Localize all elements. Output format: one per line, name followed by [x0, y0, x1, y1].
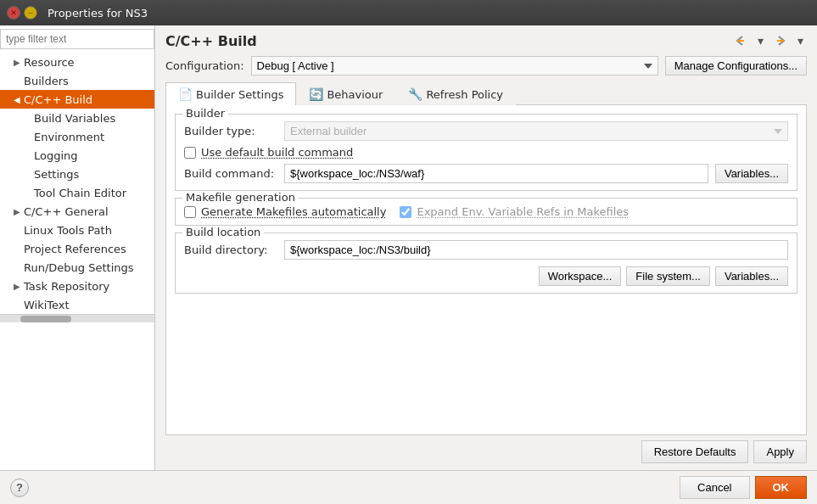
use-default-label: Use default build command — [201, 146, 353, 159]
tab-behaviour[interactable]: 🔄 Behaviour — [296, 82, 395, 105]
sidebar-item-wikitext[interactable]: WikiText — [0, 295, 154, 314]
dropdown-icon-btn[interactable]: ▾ — [754, 32, 767, 49]
header-icons: ▾ ▾ — [730, 32, 807, 49]
sidebar-item-tool-chain-editor[interactable]: Tool Chain Editor — [0, 183, 154, 202]
close-btn[interactable]: ✕ — [7, 6, 20, 20]
use-default-row: Use default build command — [184, 146, 788, 159]
tree-arrow: ▶ — [14, 282, 24, 291]
sidebar-scrollbar[interactable] — [0, 314, 154, 322]
forward-icon — [774, 35, 787, 47]
build-dir-row: Build directory: — [184, 240, 788, 260]
tree-arrow: ▶ — [14, 207, 24, 216]
sidebar-item-label: Build Variables — [34, 112, 115, 125]
dropdown2-icon-btn[interactable]: ▾ — [794, 32, 807, 49]
filter-input[interactable] — [0, 29, 154, 49]
tab-refresh-policy[interactable]: 🔧 Refresh Policy — [395, 82, 516, 105]
tab-content: Builder Builder type: External builder U… — [165, 105, 807, 435]
tree-arrow: ◀ — [14, 95, 24, 104]
ok-button[interactable]: OK — [755, 476, 808, 499]
svg-rect-0 — [737, 40, 744, 42]
generate-makefiles-checkbox[interactable] — [184, 206, 196, 218]
main-panel: C/C++ Build ▾ ▾ Configuration: Debug [ A… — [155, 25, 817, 470]
sidebar-item-linux-tools-path[interactable]: Linux Tools Path — [0, 221, 154, 239]
builder-type-select[interactable]: External builder — [284, 121, 788, 141]
expand-env-row: Expand Env. Variable Refs in Makefiles — [400, 205, 629, 218]
generate-makefiles-row: Generate Makefiles automatically — [184, 205, 386, 218]
sidebar-item-environment[interactable]: Environment — [0, 127, 154, 146]
sidebar-item-label: Logging — [34, 149, 78, 162]
help-button[interactable]: ? — [10, 479, 29, 497]
sidebar-item-cpp-build[interactable]: ◀ C/C++ Build — [0, 90, 154, 109]
expand-env-label: Expand Env. Variable Refs in Makefiles — [417, 205, 629, 218]
sidebar-item-label: C/C++ General — [24, 205, 109, 218]
sidebar-item-label: Builders — [24, 75, 69, 87]
refresh-policy-icon: 🔧 — [408, 87, 422, 101]
builder-type-label: Builder type: — [184, 125, 277, 137]
build-cmd-row: Build command: Variables... — [184, 164, 788, 183]
sidebar-item-task-repository[interactable]: ▶ Task Repository — [0, 277, 154, 295]
sidebar-item-cpp-general[interactable]: ▶ C/C++ General — [0, 202, 154, 221]
dialog: ▶ Resource Builders ◀ C/C++ Build Build … — [0, 25, 817, 504]
sidebar-item-label: Resource — [24, 56, 75, 69]
sidebar-item-build-variables[interactable]: Build Variables — [0, 109, 154, 127]
sidebar-item-label: Project References — [24, 243, 126, 255]
titlebar: ✕ − Properties for NS3 — [0, 0, 817, 25]
sidebar-item-builders[interactable]: Builders — [0, 71, 154, 90]
makefile-section: Makefile generation Generate Makefiles a… — [175, 198, 797, 226]
use-default-checkbox[interactable] — [184, 147, 196, 159]
config-row: Configuration: Debug [ Active ] Manage C… — [165, 56, 807, 76]
bottom-right: Cancel OK — [680, 476, 807, 499]
builder-type-row: Builder type: External builder — [184, 121, 788, 141]
tab-behaviour-label: Behaviour — [327, 88, 383, 101]
sidebar-item-label: Task Repository — [24, 280, 109, 293]
build-cmd-input[interactable] — [284, 164, 708, 183]
tab-builder-settings[interactable]: 📄 Builder Settings — [165, 82, 296, 105]
back-icon-btn[interactable] — [730, 32, 751, 49]
build-location-section: Build location Build directory: Workspac… — [175, 232, 797, 294]
config-label: Configuration: — [165, 59, 244, 72]
sidebar-item-label: Settings — [34, 168, 79, 181]
scrollbar-thumb[interactable] — [20, 316, 71, 322]
behaviour-icon: 🔄 — [309, 87, 323, 101]
tab-refresh-policy-label: Refresh Policy — [426, 88, 503, 101]
sidebar-item-run-debug-settings[interactable]: Run/Debug Settings — [0, 258, 154, 277]
sidebar: ▶ Resource Builders ◀ C/C++ Build Build … — [0, 25, 155, 470]
build-loc-variables-button[interactable]: Variables... — [715, 266, 788, 286]
sidebar-item-resource[interactable]: ▶ Resource — [0, 53, 154, 71]
sidebar-item-project-references[interactable]: Project References — [0, 239, 154, 258]
sidebar-item-label: WikiText — [24, 299, 70, 311]
bottom-bar: ? Cancel OK — [0, 470, 817, 504]
window-controls[interactable]: ✕ − — [7, 6, 37, 20]
sidebar-item-label: Linux Tools Path — [24, 224, 112, 237]
restore-apply-row: Restore Defaults Apply — [165, 435, 807, 463]
apply-button[interactable]: Apply — [753, 440, 807, 463]
sidebar-item-label: Environment — [34, 131, 104, 143]
build-cmd-variables-button[interactable]: Variables... — [715, 164, 788, 183]
workspace-button[interactable]: Workspace... — [539, 266, 622, 286]
build-dir-label: Build directory: — [184, 244, 277, 256]
svg-rect-1 — [777, 40, 784, 42]
build-dir-input[interactable] — [284, 240, 788, 260]
cancel-button[interactable]: Cancel — [680, 476, 749, 499]
back-icon — [734, 35, 747, 47]
forward-icon-btn[interactable] — [770, 32, 791, 49]
sidebar-item-label: C/C++ Build — [24, 93, 92, 106]
sidebar-item-settings[interactable]: Settings — [0, 165, 154, 183]
tab-builder-settings-label: Builder Settings — [196, 88, 283, 101]
builder-settings-icon: 📄 — [178, 87, 193, 101]
tree-arrow: ▶ — [14, 58, 24, 67]
build-cmd-label: Build command: — [184, 167, 277, 180]
config-select[interactable]: Debug [ Active ] — [251, 56, 658, 76]
restore-defaults-button[interactable]: Restore Defaults — [641, 440, 749, 463]
build-location-title: Build location — [182, 226, 264, 238]
minimize-btn[interactable]: − — [24, 6, 37, 20]
generate-makefiles-label: Generate Makefiles automatically — [201, 205, 386, 218]
tabs: 📄 Builder Settings 🔄 Behaviour 🔧 Refresh… — [165, 82, 807, 105]
sidebar-item-label: Run/Debug Settings — [24, 261, 134, 274]
content-area: ▶ Resource Builders ◀ C/C++ Build Build … — [0, 25, 817, 470]
manage-configurations-button[interactable]: Manage Configurations... — [665, 56, 807, 76]
sidebar-item-logging[interactable]: Logging — [0, 146, 154, 165]
loc-buttons: Workspace... File system... Variables... — [184, 266, 788, 286]
expand-env-checkbox[interactable] — [400, 206, 411, 218]
file-system-button[interactable]: File system... — [626, 266, 710, 286]
